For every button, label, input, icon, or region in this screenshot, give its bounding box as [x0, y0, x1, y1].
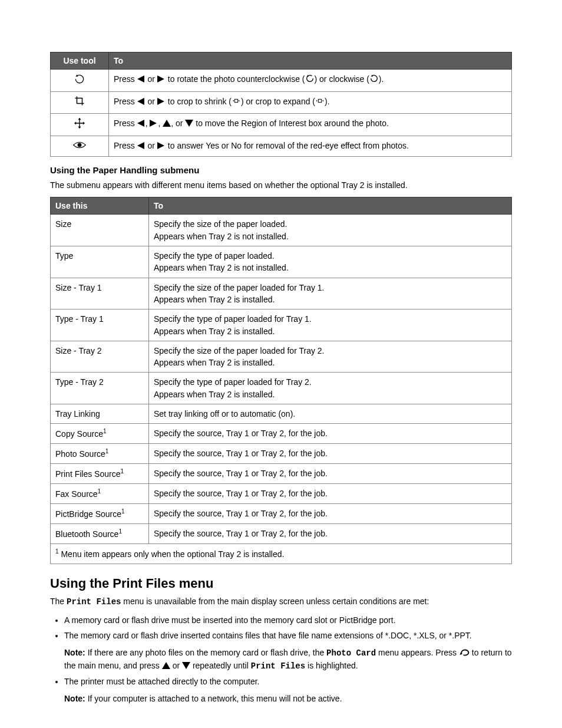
table-footnote: 1 Menu item appears only when the option… — [51, 544, 512, 564]
list-item: A memory card or flash drive must be ins… — [64, 614, 512, 627]
table-row: Tray LinkingSet tray linking off or to a… — [51, 404, 512, 423]
down-arrow-icon — [185, 118, 193, 130]
table-row: Press or to rotate the photo countercloc… — [51, 70, 512, 92]
left-arrow-icon — [137, 74, 146, 85]
table-row: Press or to crop to shrink () or crop to… — [51, 92, 512, 113]
print-files-intro: The Print Files menu is unavailable from… — [50, 596, 512, 608]
tool-table: Use tool To Press or to rotate the photo… — [50, 52, 512, 157]
up-arrow-icon — [162, 660, 170, 673]
crop-icon — [74, 95, 85, 109]
table-row: Copy Source1Specify the source, Tray 1 o… — [51, 424, 512, 444]
svg-rect-0 — [234, 100, 237, 103]
paper-handling-intro: The submenu appears with different menu … — [50, 180, 512, 192]
print-files-heading: Using the Print Files menu — [50, 576, 512, 591]
table-row: PictBridge Source1Specify the source, Tr… — [51, 504, 512, 524]
th-use-tool: Use tool — [51, 52, 109, 70]
th-to: To — [149, 197, 512, 215]
left-arrow-icon — [137, 118, 146, 130]
left-arrow-icon — [137, 96, 146, 108]
table-row: Size - Tray 1Specify the size of the pap… — [51, 278, 512, 309]
th-use-this: Use this — [51, 197, 149, 215]
conditions-list: A memory card or flash drive must be ins… — [64, 614, 512, 705]
redeye-icon — [72, 140, 87, 153]
right-arrow-icon — [157, 74, 166, 85]
move-icon — [74, 117, 85, 132]
table-row: Bluetooth Source1Specify the source, Tra… — [51, 524, 512, 544]
right-arrow-icon — [150, 118, 158, 130]
crop-expand-icon — [315, 96, 325, 108]
table-row: SizeSpecify the size of the paper loaded… — [51, 215, 512, 246]
table-row: Type - Tray 1Specify the type of paper l… — [51, 309, 512, 341]
svg-rect-1 — [318, 100, 321, 103]
cw-icon — [369, 74, 379, 86]
th-to: To — [109, 52, 512, 70]
note: Note: If your computer is attached to a … — [64, 693, 512, 705]
right-arrow-icon — [157, 140, 166, 152]
table-row: Fax Source1Specify the source, Tray 1 or… — [51, 484, 512, 504]
crop-shrink-icon — [232, 96, 241, 108]
table-row: Print Files Source1Specify the source, T… — [51, 464, 512, 484]
table-row: Photo Source1Specify the source, Tray 1 … — [51, 444, 512, 464]
up-arrow-icon — [163, 118, 171, 130]
svg-point-2 — [78, 143, 82, 147]
table-row: Press , , , or to move the Region of Int… — [51, 113, 512, 136]
list-item: The memory card or flash drive inserted … — [64, 630, 512, 673]
note: Note: If there are any photo files on th… — [64, 647, 512, 673]
table-row: Size - Tray 2Specify the size of the pap… — [51, 341, 512, 373]
table-row: Type - Tray 2Specify the type of paper l… — [51, 373, 512, 404]
left-arrow-icon — [137, 140, 146, 152]
ccw-icon — [305, 74, 315, 86]
rotate-icon — [74, 73, 85, 88]
down-arrow-icon — [182, 660, 190, 673]
list-item: The printer must be attached directly to… — [64, 676, 512, 705]
table-row: Press or to answer Yes or No for removal… — [51, 136, 512, 156]
back-icon — [459, 647, 470, 660]
paper-handling-table: Use this To SizeSpecify the size of the … — [50, 197, 512, 564]
table-row: TypeSpecify the type of paper loaded.App… — [51, 246, 512, 278]
right-arrow-icon — [157, 96, 166, 108]
paper-handling-heading: Using the Paper Handling submenu — [50, 165, 512, 175]
